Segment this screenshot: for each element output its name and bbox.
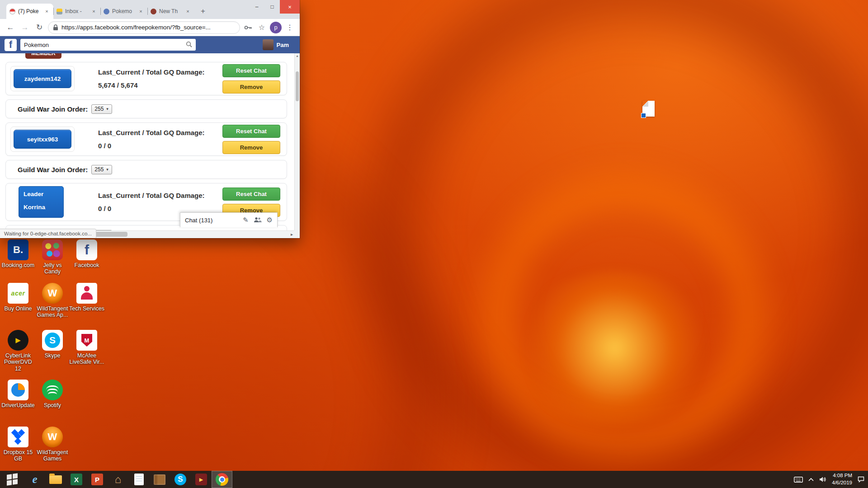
windows-logo-icon xyxy=(7,473,18,485)
taskbar-home-app[interactable]: ⌂ xyxy=(108,471,128,488)
desktop-icon-label: McAfee LiveSafe Vir... xyxy=(69,352,104,366)
member-row: zaydenm142 Last_Current / Total GQ Damag… xyxy=(5,62,287,95)
password-key-icon[interactable] xyxy=(243,25,254,30)
tab-close-icon[interactable]: × xyxy=(43,8,50,15)
desktop-icon-label: Skype xyxy=(35,352,70,359)
member-name-button[interactable]: seyitxx963 xyxy=(14,130,71,149)
join-order-row: Guild War Join Order: 255 ▾ xyxy=(5,160,287,179)
maximize-button[interactable]: □ xyxy=(264,0,280,14)
member-name-button[interactable]: zaydenm142 xyxy=(14,69,71,88)
hidden-icons-chevron[interactable] xyxy=(808,478,814,481)
reset-chat-button[interactable]: Reset Chat xyxy=(222,64,280,77)
join-order-select[interactable]: 255 ▾ xyxy=(91,104,112,114)
taskbar-internet-explorer[interactable]: e xyxy=(24,471,45,488)
chrome-icon xyxy=(216,473,228,486)
wildtangent-logo-icon: W xyxy=(42,427,63,447)
vertical-scroll-thumb[interactable] xyxy=(296,71,299,101)
desktop-icon-skype[interactable]: S Skype xyxy=(35,330,70,359)
desktop-file-icon[interactable] xyxy=(642,101,655,117)
desktop-icon-label: Jelly vs Candy xyxy=(35,262,70,275)
reset-chat-button[interactable]: Reset Chat xyxy=(222,188,280,201)
scrollbar-corner xyxy=(294,230,300,238)
taskbar-clock[interactable]: 4:08 PM 4/6/2019 xyxy=(832,472,852,486)
remove-button[interactable]: Remove xyxy=(222,80,280,94)
facebook-search-input[interactable]: Pokemon xyxy=(20,39,196,51)
tab-new-thread[interactable]: New Th × xyxy=(147,4,194,19)
mail-favicon xyxy=(57,9,62,14)
scroll-right-arrow-icon[interactable]: ▸ xyxy=(291,232,293,237)
profile-avatar[interactable]: p xyxy=(270,22,282,33)
skype-logo-icon: S xyxy=(42,330,63,351)
desktop-icon-jelly-vs-candy[interactable]: Jelly vs Candy xyxy=(35,239,70,275)
taskbar-file-explorer[interactable] xyxy=(45,471,66,488)
taskbar-skype[interactable]: S xyxy=(170,471,191,488)
join-order-select[interactable]: 255 ▾ xyxy=(91,165,112,174)
browser-menu-icon[interactable]: ⋮ xyxy=(284,23,295,32)
desktop-icon-tech-services[interactable]: Tech Services xyxy=(69,283,104,312)
desktop-icon-driverupdate[interactable]: DriverUpdate xyxy=(0,380,36,408)
tab-close-icon[interactable]: × xyxy=(90,8,97,15)
desktop-icon-mcafee[interactable]: M McAfee LiveSafe Vir... xyxy=(69,330,104,366)
tab-pokemon[interactable]: (7) Poke × xyxy=(6,4,53,19)
friends-icon[interactable] xyxy=(254,216,262,224)
close-button[interactable]: × xyxy=(280,0,300,14)
tab-close-icon[interactable]: × xyxy=(184,8,191,15)
leader-badge[interactable]: Leader Korrina xyxy=(19,186,64,218)
forward-button[interactable]: → xyxy=(19,22,31,33)
compose-icon[interactable]: ✎ xyxy=(243,216,249,224)
member-button-clipped[interactable]: MEMBER xyxy=(25,53,61,59)
back-button[interactable]: ← xyxy=(5,22,16,33)
action-center-icon[interactable] xyxy=(858,476,864,483)
internet-explorer-icon: e xyxy=(32,473,37,486)
chat-icons: ✎ ⚙ xyxy=(243,216,273,224)
address-bar[interactable]: https://apps.facebook.com/freepokemon/?f… xyxy=(48,21,240,34)
desktop-icon-wildtangent-app[interactable]: W WildTangent Games Ap... xyxy=(35,283,70,319)
reset-chat-button[interactable]: Reset Chat xyxy=(222,125,280,138)
leader-name: Korrina xyxy=(24,204,59,211)
facebook-chat-bar[interactable]: Chat (131) ✎ ⚙ xyxy=(180,212,278,227)
driverupdate-icon xyxy=(8,380,28,400)
system-t​ray: 4:08 PM 4/6/2019 xyxy=(794,472,868,486)
desktop-icon-wildtangent-games[interactable]: W WildTangent Games xyxy=(35,427,70,462)
join-order-value: 255 xyxy=(94,106,104,112)
facebook-header: f Pokemon Pam xyxy=(0,36,300,53)
desktop-icon-dropbox[interactable]: Dropbox 15 GB xyxy=(0,427,36,462)
desktop-icon-booking[interactable]: B. Booking.com xyxy=(0,239,36,268)
taskbar-excel[interactable]: X xyxy=(66,471,87,488)
facebook-logo-icon[interactable]: f xyxy=(5,39,17,51)
damage-label: Last_Current / Total GQ Damage: xyxy=(98,68,222,76)
remove-button[interactable]: Remove xyxy=(222,141,280,154)
bookmark-star-icon[interactable]: ☆ xyxy=(256,23,267,32)
volume-icon[interactable] xyxy=(819,476,826,483)
tab-pokemon-2[interactable]: Pokemo × xyxy=(100,4,147,19)
desktop-icon-powerdvd[interactable]: ▶ CyberLink PowerDVD 12 xyxy=(0,330,36,372)
desktop-icon-label: Tech Services xyxy=(69,305,104,312)
touch-keyboard-icon[interactable] xyxy=(794,477,803,483)
chat-settings-gear-icon[interactable]: ⚙ xyxy=(267,216,273,224)
vertical-scrollbar[interactable]: ▴ xyxy=(294,53,300,230)
tab-strip: (7) Poke × Inbox - × Pokemo × New Th × +… xyxy=(0,0,300,19)
start-button[interactable] xyxy=(0,471,24,488)
desktop-icon-facebook[interactable]: f Facebook xyxy=(69,239,104,268)
chevron-down-icon: ▾ xyxy=(106,107,108,111)
desktop-icon-buy-online[interactable]: acer Buy Online xyxy=(0,283,36,312)
minimize-button[interactable]: – xyxy=(249,0,264,14)
wildtangent-logo-icon: W xyxy=(42,283,63,304)
taskbar-powerpoint[interactable]: P xyxy=(87,471,108,488)
clock-time: 4:08 PM xyxy=(832,472,852,479)
chevron-down-icon: ▾ xyxy=(106,167,108,172)
desktop-icon-spotify[interactable]: Spotify xyxy=(35,380,70,408)
new-tab-button[interactable]: + xyxy=(197,5,209,17)
taskbar-media-app[interactable]: ▶ xyxy=(191,471,212,488)
search-icon[interactable] xyxy=(186,41,192,49)
scroll-up-arrow-icon[interactable]: ▴ xyxy=(295,54,300,58)
facebook-logo-icon: f xyxy=(76,239,97,260)
reload-button[interactable]: ↻ xyxy=(33,22,45,33)
tab-close-icon[interactable]: × xyxy=(137,8,144,15)
taskbar-chrome[interactable] xyxy=(212,471,232,488)
tab-inbox[interactable]: Inbox - × xyxy=(53,4,100,19)
taskbar-notepad[interactable] xyxy=(128,471,149,488)
facebook-user-menu[interactable]: Pam xyxy=(263,39,295,50)
taskbar-library[interactable] xyxy=(149,471,170,488)
damage-value: 5,674 / 5,674 xyxy=(98,81,222,89)
